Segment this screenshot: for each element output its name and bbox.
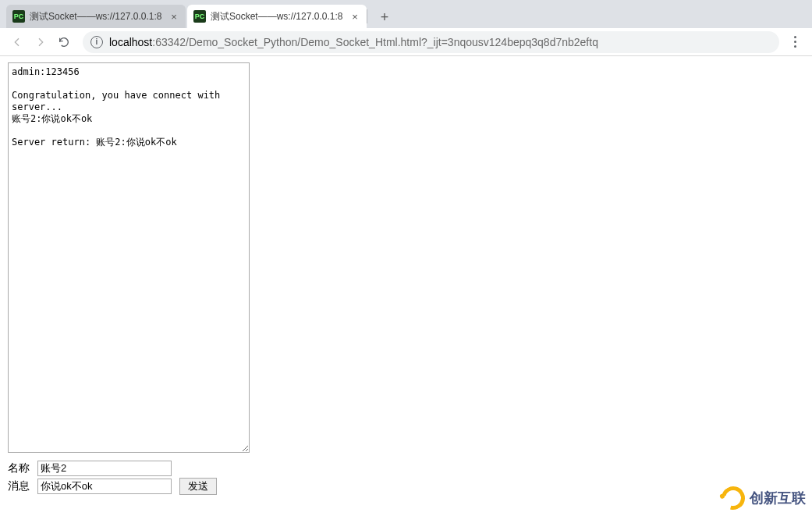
tab-strip: PC 测试Socket——ws://127.0.0.1:8 × PC 测试Soc… <box>0 0 812 28</box>
tab-1[interactable]: PC 测试Socket——ws://127.0.0.1:8 × <box>187 5 367 28</box>
message-row: 消息 发送 <box>8 478 804 495</box>
tab-title: 测试Socket——ws://127.0.0.1:8 <box>30 10 164 23</box>
back-button[interactable] <box>6 31 28 53</box>
new-tab-button[interactable]: + <box>374 6 395 28</box>
form-area: 名称 消息 发送 <box>8 461 804 495</box>
dots-icon <box>794 41 796 43</box>
dots-icon <box>794 45 796 48</box>
message-label: 消息 <box>8 479 34 493</box>
close-icon[interactable]: × <box>349 11 360 22</box>
log-textarea[interactable] <box>8 62 250 453</box>
browser-chrome: PC 测试Socket——ws://127.0.0.1:8 × PC 测试Soc… <box>0 0 812 56</box>
tab-0[interactable]: PC 测试Socket——ws://127.0.0.1:8 × <box>6 5 186 28</box>
watermark-logo-icon <box>718 482 750 514</box>
url-host: localhost <box>109 36 152 48</box>
url-path: /Demo_Socket_Python/Demo_Socket_Html.htm… <box>186 36 598 48</box>
name-input[interactable] <box>37 461 172 476</box>
name-label: 名称 <box>8 461 34 475</box>
reload-button[interactable] <box>53 31 75 53</box>
browser-menu-button[interactable] <box>784 31 806 53</box>
reload-icon <box>58 36 70 48</box>
url-port: :63342 <box>152 36 186 48</box>
address-bar[interactable]: i localhost:63342/Demo_Socket_Python/Dem… <box>83 31 779 53</box>
close-icon[interactable]: × <box>168 11 179 22</box>
arrow-left-icon <box>11 36 23 48</box>
url-text: localhost:63342/Demo_Socket_Python/Demo_… <box>109 36 598 48</box>
tab-separator <box>367 9 367 23</box>
watermark-text: 创新互联 <box>750 489 806 507</box>
toolbar: i localhost:63342/Demo_Socket_Python/Dem… <box>0 28 812 56</box>
page-content: 名称 消息 发送 <box>0 56 812 503</box>
favicon-icon: PC <box>193 10 206 23</box>
message-input[interactable] <box>37 479 172 494</box>
favicon-icon: PC <box>12 10 25 23</box>
watermark: 创新互联 <box>722 486 806 510</box>
dots-icon <box>794 36 796 38</box>
forward-button[interactable] <box>30 31 51 53</box>
send-button[interactable]: 发送 <box>179 478 217 495</box>
name-row: 名称 <box>8 461 804 476</box>
site-info-icon[interactable]: i <box>90 36 103 48</box>
tab-title: 测试Socket——ws://127.0.0.1:8 <box>211 10 345 23</box>
arrow-right-icon <box>34 36 47 48</box>
